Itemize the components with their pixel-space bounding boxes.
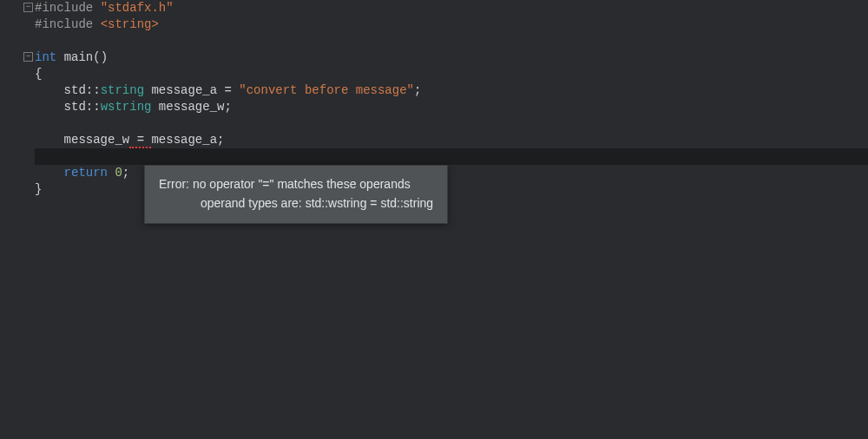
include-keyword: include [42, 17, 93, 31]
code-line[interactable] [35, 115, 868, 132]
code-line[interactable] [35, 148, 868, 165]
type-name: string [101, 83, 144, 97]
header-name: string [108, 17, 151, 31]
error-tooltip: Error: no operator "=" matches these ope… [144, 165, 448, 224]
assign-op: = [217, 83, 239, 97]
gutter: − − [0, 0, 35, 439]
space [93, 17, 100, 31]
code-line[interactable]: int main() [35, 49, 868, 66]
type-name: wstring [101, 100, 152, 114]
assign-op: = [129, 133, 151, 148]
semicolon: ; [414, 83, 421, 97]
tooltip-line2: operand types are: std::wstring = std::s… [159, 193, 433, 213]
code-editor[interactable]: − − #include "stdafx.h" #include <string… [0, 0, 868, 439]
semicolon: ; [224, 100, 231, 114]
code-line[interactable]: { [35, 66, 868, 82]
indent [35, 83, 64, 97]
namespace: std [64, 83, 86, 97]
space [151, 100, 158, 114]
variable: message_a [151, 133, 217, 147]
code-line[interactable]: #include "stdafx.h" [35, 0, 868, 16]
indent [35, 166, 64, 180]
type-keyword: int [35, 50, 56, 64]
indent [35, 100, 64, 114]
string-literal: "convert before message" [239, 83, 414, 97]
namespace: std [64, 100, 86, 114]
code-line[interactable]: std::wstring message_w; [35, 99, 868, 115]
code-line[interactable]: #include <string> [35, 16, 868, 33]
semicolon: ; [217, 133, 224, 147]
brace-open: { [35, 67, 42, 81]
brace-close: } [35, 182, 42, 196]
angle-close: > [151, 17, 158, 31]
fold-toggle-icon[interactable]: − [23, 3, 33, 12]
space [56, 50, 63, 64]
parens: () [93, 50, 108, 64]
variable: message_a [151, 83, 217, 97]
function-name: main [64, 50, 94, 64]
return-keyword: return [64, 166, 108, 180]
variable: message_w [159, 100, 225, 114]
code-line[interactable]: message_w = message_a; [35, 132, 868, 148]
header-literal: "stdafx.h" [101, 1, 174, 15]
space [93, 1, 100, 15]
code-line[interactable]: std::string message_a = "convert before … [35, 82, 868, 99]
include-keyword: include [42, 1, 93, 15]
number-literal: 0 [115, 166, 122, 180]
fold-toggle-icon[interactable]: − [23, 52, 33, 62]
scope-op: :: [86, 100, 101, 114]
indent [35, 133, 64, 147]
angle-open: < [101, 17, 108, 31]
tooltip-line1: Error: no operator "=" matches these ope… [159, 174, 433, 193]
variable: message_w [64, 133, 130, 147]
code-line[interactable] [35, 33, 868, 49]
scope-op: :: [86, 83, 101, 97]
error-squiggle: = [129, 133, 151, 148]
semicolon: ; [122, 166, 129, 180]
